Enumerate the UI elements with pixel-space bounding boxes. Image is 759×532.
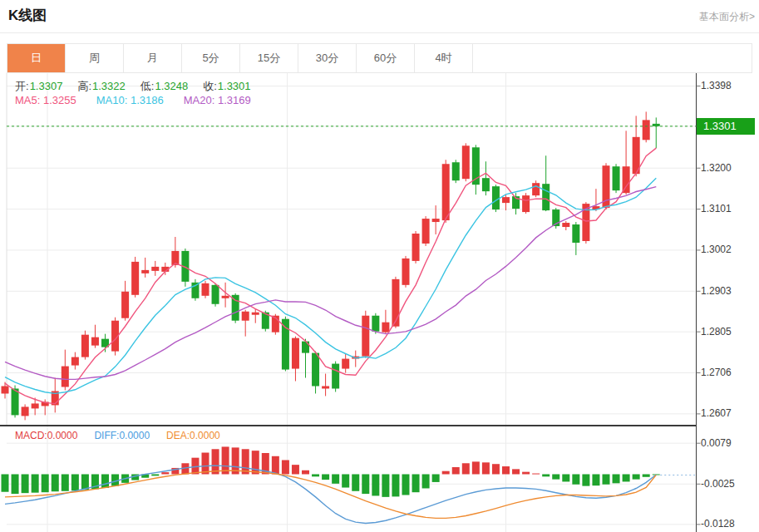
ma20-pair: MA20: 1.3169 (184, 94, 251, 106)
macd-indicator-chart[interactable] (0, 426, 759, 532)
tab-周[interactable]: 周 (66, 44, 124, 72)
y-axis-label: 1.2805 (701, 326, 732, 338)
candle-body (502, 197, 510, 203)
open-pair: 开:1.3307 (15, 79, 62, 94)
candle-body (492, 186, 500, 209)
candle-body (362, 316, 369, 357)
candle-body (12, 388, 19, 415)
y-axis-label: 1.3101 (701, 203, 732, 215)
candle-body (32, 403, 39, 408)
candle-body (572, 224, 579, 243)
tab-4时[interactable]: 4时 (415, 44, 473, 72)
macd-pair: MACD:0.0000 (15, 430, 77, 441)
candle-body (22, 406, 29, 416)
macd-hist-bar (151, 474, 159, 475)
macd-hist-bar (322, 474, 329, 480)
candle-body (2, 386, 9, 393)
macd-hist-bar (292, 465, 299, 474)
main-candlestick-chart[interactable] (0, 73, 759, 426)
macd-hist-bar (472, 461, 480, 474)
macd-hist-bar (633, 474, 640, 479)
diff-label: DIFF: (94, 430, 119, 441)
macd-hist-bar (2, 474, 9, 491)
low-value: 1.3248 (155, 80, 188, 92)
tab-60分[interactable]: 60分 (357, 44, 415, 72)
period-tabbar: 日周月5分15分30分60分4时 (7, 43, 752, 73)
candle-body (482, 178, 490, 191)
macd-hist-bar (32, 474, 39, 492)
macd-hist-bar (382, 474, 389, 496)
candle-body (312, 353, 319, 387)
macd-y-axis-label: -0.0025 (701, 478, 735, 490)
kline-page: K线图 基本面分析> 日周月5分15分30分60分4时 开:1.3307 高:1… (0, 0, 759, 532)
macd-hist-bar (101, 474, 109, 488)
macd-hist-bar (52, 474, 59, 491)
candle-body (151, 267, 159, 271)
macd-hist-bar (482, 462, 490, 474)
macd-hist-bar (62, 474, 69, 490)
ohlc-legend: 开:1.3307 高:1.3322 低:1.3248 收:1.3301 (15, 79, 251, 94)
ma5-pair: MA5: 1.3255 (15, 94, 76, 106)
macd-hist-bar (532, 474, 540, 475)
y-axis-label: 1.3200 (701, 162, 732, 175)
page-title: K线图 (8, 6, 47, 25)
candle-body (282, 319, 289, 370)
tab-15分[interactable]: 15分 (240, 44, 298, 72)
close-label: 收: (203, 80, 217, 92)
macd-hist-bar (613, 474, 620, 483)
candle-body (81, 335, 89, 357)
macd-legend: MACD:0.0000 DIFF:0.0000 DEA:0.0000 (15, 430, 220, 441)
candle-body (222, 296, 229, 298)
tab-月[interactable]: 月 (124, 44, 182, 72)
macd-hist-bar (552, 474, 559, 479)
candle-body (292, 338, 299, 369)
macd-hist-bar (362, 474, 369, 494)
close-pair: 收:1.3301 (203, 79, 250, 94)
y-axis-label: 1.2607 (701, 407, 732, 420)
candle-body (212, 285, 219, 304)
macd-hist-bar (572, 474, 579, 484)
macd-hist-bar (392, 474, 399, 496)
ma5-value: 1.3255 (43, 94, 76, 106)
macd-hist-bar (282, 460, 289, 474)
macd-hist-bar (582, 474, 589, 485)
low-label: 低: (140, 80, 155, 92)
macd-hist-bar (452, 467, 460, 474)
candle-body (322, 386, 329, 388)
candle-body (332, 364, 339, 389)
y-axis-label: 1.2706 (701, 367, 732, 379)
ma20-value: 1.3169 (218, 94, 251, 106)
ma-legend: MA5: 1.3255 MA10: 1.3186 MA20: 1.3169 (15, 94, 251, 106)
tab-日[interactable]: 日 (7, 44, 66, 72)
tab-5分[interactable]: 5分 (182, 44, 240, 72)
macd-hist-bar (412, 474, 420, 492)
fundamental-analysis-link[interactable]: 基本面分析> (699, 10, 755, 24)
macd-hist-bar (502, 466, 510, 474)
y-axis-label: 1.3002 (701, 244, 732, 256)
ma10-value: 1.3186 (131, 94, 164, 106)
macd-hist-bar (492, 464, 500, 474)
y-axis-label: 1.3398 (701, 80, 732, 92)
candle-body (382, 323, 389, 332)
high-pair: 高:1.3322 (77, 79, 125, 94)
tab-30分[interactable]: 30分 (298, 44, 357, 72)
macd-hist-bar (402, 474, 410, 495)
macd-hist-bar (442, 471, 450, 475)
macd-hist-bar (352, 474, 359, 490)
candle-body (91, 337, 99, 346)
y-axis-label: 1.2903 (701, 285, 732, 298)
candle-body (392, 279, 399, 327)
macd-y-axis-label: -0.0128 (701, 518, 735, 530)
candle-body (71, 357, 79, 366)
candle-body (131, 262, 139, 295)
candle-body (242, 312, 249, 321)
macd-hist-bar (332, 474, 339, 483)
macd-hist-bar (302, 470, 309, 475)
candle-body (191, 283, 199, 298)
macd-hist-bar (592, 474, 599, 485)
macd-hist-bar (623, 474, 630, 481)
ma5-line (5, 148, 656, 404)
low-pair: 低:1.3248 (140, 79, 188, 94)
candle-body (432, 219, 440, 222)
macd-hist-bar (643, 474, 650, 476)
